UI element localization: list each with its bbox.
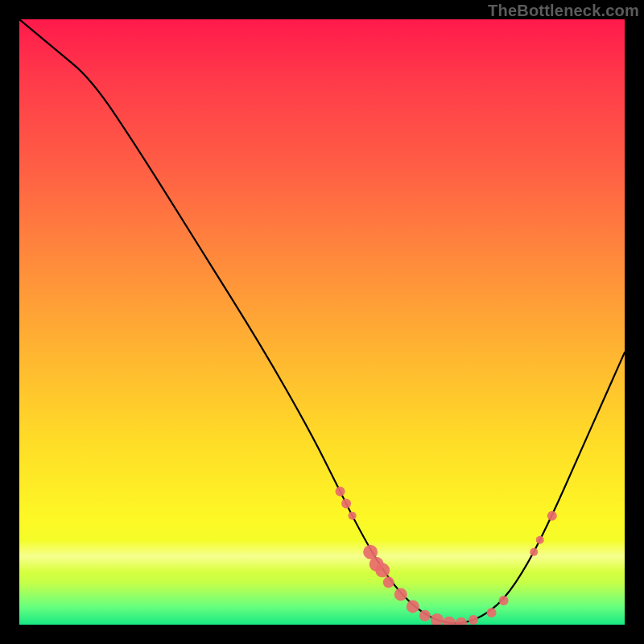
curve-marker <box>375 563 390 577</box>
curve-marker <box>336 487 345 497</box>
chart-frame: TheBottleneck.com <box>0 0 644 644</box>
curve-marker <box>469 615 478 625</box>
curve-marker <box>431 613 444 625</box>
curve-marker <box>341 499 351 509</box>
curve-marker <box>394 588 407 601</box>
curve-marker <box>349 512 357 520</box>
curve-layer <box>19 19 625 625</box>
curve-marker <box>407 600 419 613</box>
curve-markers <box>336 487 557 625</box>
plot-area <box>19 19 625 625</box>
curve-marker <box>419 610 431 621</box>
curve-marker <box>487 608 497 617</box>
curve-marker <box>530 548 538 556</box>
curve-marker <box>547 511 557 521</box>
curve-marker <box>536 536 544 544</box>
watermark-text: TheBottleneck.com <box>488 2 639 20</box>
curve-marker <box>443 617 456 625</box>
curve-marker <box>499 596 509 605</box>
bottleneck-curve <box>19 19 625 623</box>
curve-marker <box>456 617 467 625</box>
curve-marker <box>383 576 394 588</box>
